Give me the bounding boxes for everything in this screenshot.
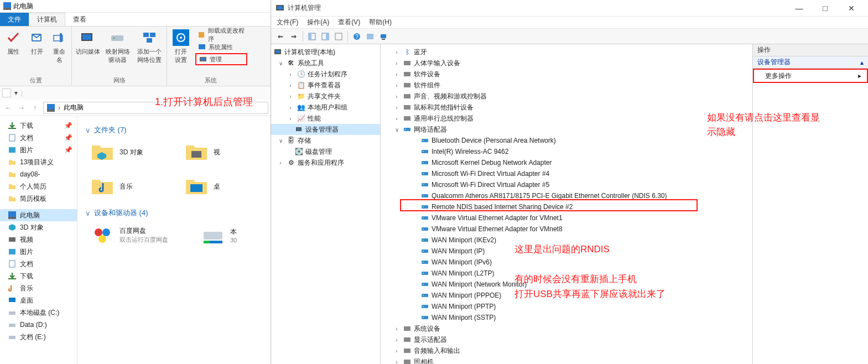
adapter-15[interactable]: WAN Miniport (PPTP) bbox=[381, 301, 752, 312]
cat-display[interactable]: ›显示适配器 bbox=[381, 334, 752, 345]
btn-manage[interactable]: 管理 bbox=[195, 53, 247, 65]
tool-details[interactable] bbox=[332, 30, 345, 43]
adapter-4[interactable]: Microsoft Wi-Fi Direct Virtual Adapter #… bbox=[381, 179, 752, 190]
folder-video[interactable]: 视 bbox=[185, 141, 218, 164]
cat-usb[interactable]: ›通用串行总线控制器 bbox=[381, 113, 752, 124]
menu-view[interactable]: 查看(V) bbox=[338, 18, 360, 27]
sidebar-diske[interactable]: 文档 (E:) bbox=[0, 331, 77, 343]
tool-pane[interactable] bbox=[319, 30, 331, 43]
tool-help[interactable]: ? bbox=[351, 30, 363, 43]
expand-icon[interactable]: › bbox=[393, 60, 401, 66]
tree-root[interactable]: 计算机管理(本地) bbox=[271, 46, 380, 58]
cat-audio[interactable]: ›声音、视频和游戏控制器 bbox=[381, 91, 752, 102]
cat-swcomp[interactable]: ›软件组件 bbox=[381, 80, 752, 91]
btn-sysprops[interactable]: 系统属性 bbox=[195, 41, 251, 53]
btn-rename[interactable]: 重命名 bbox=[50, 29, 68, 75]
tree-devmgr[interactable]: 设备管理器 bbox=[271, 124, 380, 135]
tree-shared[interactable]: ›📁共享文件夹 bbox=[271, 91, 380, 102]
cat-audioio[interactable]: ›音频输入和输出 bbox=[381, 345, 752, 356]
adapter-7[interactable]: VMware Virtual Ethernet Adapter for VMne… bbox=[381, 212, 752, 223]
collapse-icon[interactable]: ▴ bbox=[860, 59, 864, 66]
tool-refresh[interactable] bbox=[364, 30, 376, 43]
breadcrumb-item[interactable]: 此电脑 bbox=[64, 103, 84, 112]
expand-icon[interactable]: › bbox=[287, 93, 294, 100]
expand-icon[interactable]: › bbox=[393, 337, 401, 343]
expand-icon[interactable]: › bbox=[277, 160, 284, 166]
sidebar-tpl[interactable]: 简历模板 bbox=[0, 193, 77, 205]
tree-events[interactable]: ›📋事件查看器 bbox=[271, 80, 380, 91]
btn-uninstall[interactable]: 卸载或更改程序 bbox=[195, 29, 251, 41]
expand-icon[interactable]: ∨ bbox=[277, 60, 284, 66]
expand-icon[interactable]: › bbox=[393, 105, 401, 111]
tree-systools[interactable]: ∨🛠系统工具 bbox=[271, 58, 380, 69]
expand-icon[interactable]: › bbox=[393, 359, 401, 365]
expand-icon[interactable]: › bbox=[393, 71, 401, 77]
sidebar-3d[interactable]: 3D 对象 bbox=[0, 221, 77, 233]
expand-icon[interactable]: › bbox=[287, 116, 294, 122]
adapter-8[interactable]: VMware Virtual Ethernet Adapter for VMne… bbox=[381, 223, 752, 235]
close-button[interactable]: ✕ bbox=[839, 1, 864, 16]
adapter-16[interactable]: WAN Miniport (SSTP) bbox=[381, 312, 752, 323]
expand-icon[interactable]: › bbox=[393, 116, 401, 122]
group-folders-header[interactable]: ∨文件夹 (7) bbox=[85, 125, 263, 135]
tree-tasks[interactable]: ›🕒任务计划程序 bbox=[271, 69, 380, 80]
sidebar-resume[interactable]: 个人简历 bbox=[0, 180, 77, 193]
folder-music[interactable]: 音乐 bbox=[91, 175, 168, 198]
btn-open-settings[interactable]: 打开 设置 bbox=[170, 29, 192, 75]
chevron-down-icon[interactable]: ▾ bbox=[13, 89, 19, 97]
nav-up[interactable]: ↑ bbox=[29, 102, 41, 114]
tool-tree[interactable] bbox=[306, 30, 318, 43]
tree-svc[interactable]: ›⚙服务和应用程序 bbox=[271, 157, 380, 168]
maximize-button[interactable]: □ bbox=[813, 1, 838, 16]
cat-software[interactable]: ›软件设备 bbox=[381, 69, 752, 80]
cat-hid[interactable]: ›人体学输入设备 bbox=[381, 58, 752, 69]
tab-file[interactable]: 文件 bbox=[0, 13, 29, 26]
adapter-0[interactable]: Bluetooth Device (Personal Area Network) bbox=[381, 135, 752, 146]
sidebar-desktop[interactable]: 桌面 bbox=[0, 294, 77, 306]
sidebar-docs2[interactable]: 文档 bbox=[0, 258, 77, 270]
adapter-11[interactable]: WAN Miniport (IPv6) bbox=[381, 257, 752, 268]
sidebar-day08[interactable]: day08- bbox=[0, 168, 77, 180]
btn-open[interactable]: 打开 bbox=[27, 29, 48, 75]
tool-computer[interactable] bbox=[377, 30, 389, 43]
sidebar-diskd[interactable]: Data (D:) bbox=[0, 319, 77, 331]
sidebar-thispc[interactable]: 此电脑 bbox=[0, 209, 77, 221]
cat-netadapters[interactable]: ∨网络适配器 bbox=[381, 124, 752, 135]
cat-bluetooth[interactable]: ›ᛒ蓝牙 bbox=[381, 46, 752, 58]
adapter-5[interactable]: Qualcomm Atheros AR8171/8175 PCI-E Gigab… bbox=[381, 190, 752, 201]
sidebar-downloads2[interactable]: 下载 bbox=[0, 270, 77, 282]
cat-sysdev[interactable]: ›系统设备 bbox=[381, 323, 752, 334]
adapter-1[interactable]: Intel(R) Wireless-AC 9462 bbox=[381, 146, 752, 157]
group-devices-header[interactable]: ∨设备和驱动器 (4) bbox=[85, 208, 263, 218]
menu-file[interactable]: 文件(F) bbox=[277, 18, 298, 27]
sidebar-videos[interactable]: 视频 bbox=[0, 233, 77, 246]
tree-perf[interactable]: ›📈性能 bbox=[271, 113, 380, 124]
btn-access-media[interactable]: 访问媒体 bbox=[75, 29, 100, 75]
folder-3d[interactable]: 3D 对象 bbox=[91, 141, 168, 164]
btn-map-drive[interactable]: 映射网络 驱动器 bbox=[103, 29, 132, 75]
sidebar-docs[interactable]: 文档📌 bbox=[0, 132, 77, 144]
expand-icon[interactable]: › bbox=[287, 105, 294, 111]
tree-users[interactable]: ›👥本地用户和组 bbox=[271, 102, 380, 113]
expand-icon[interactable]: › bbox=[287, 71, 294, 77]
btn-add-location[interactable]: 添加一个 网络位置 bbox=[135, 29, 163, 75]
adapter-2[interactable]: Microsoft Kernel Debug Network Adapter bbox=[381, 157, 752, 168]
explorer-titlebar[interactable]: 此电脑 bbox=[0, 0, 271, 13]
nav-back[interactable]: ← bbox=[2, 102, 14, 114]
sidebar-music[interactable]: 音乐 bbox=[0, 282, 77, 294]
cat-mouse[interactable]: ›鼠标和其他指针设备 bbox=[381, 102, 752, 113]
menu-help[interactable]: 帮助(H) bbox=[369, 18, 392, 27]
adapter-6[interactable]: Remote NDIS based Internet Sharing Devic… bbox=[381, 201, 752, 212]
expand-icon[interactable]: › bbox=[393, 49, 401, 55]
expand-icon[interactable]: ∨ bbox=[393, 127, 401, 133]
btn-properties[interactable]: 属性 bbox=[3, 29, 24, 75]
expand-icon[interactable]: › bbox=[393, 326, 401, 332]
tool-back[interactable]: ⇐ bbox=[274, 30, 287, 43]
menu-action[interactable]: 操作(A) bbox=[307, 18, 329, 27]
expand-icon[interactable]: ∨ bbox=[277, 138, 284, 144]
sidebar-proj13[interactable]: 13项目讲义 bbox=[0, 156, 77, 168]
expand-icon[interactable]: › bbox=[393, 348, 401, 354]
compmgmt-titlebar[interactable]: 计算机管理 — □ ✕ bbox=[271, 0, 868, 17]
sidebar-downloads[interactable]: 下载📌 bbox=[0, 119, 77, 132]
folder-desktop[interactable]: 桌 bbox=[185, 175, 218, 198]
